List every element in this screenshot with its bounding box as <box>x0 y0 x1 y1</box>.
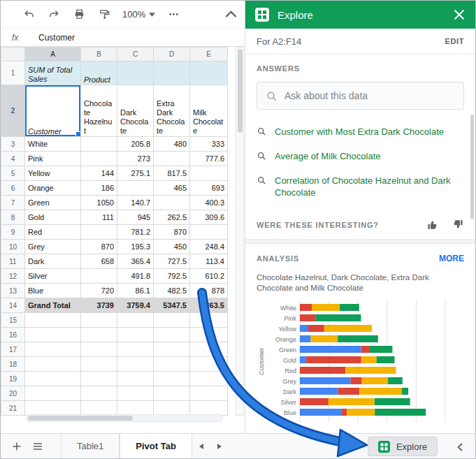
cell-value[interactable]: 333 <box>190 137 228 152</box>
more-options-icon[interactable] <box>166 8 180 22</box>
empty-cell[interactable] <box>190 342 228 357</box>
empty-cell[interactable] <box>117 313 154 328</box>
empty-cell[interactable] <box>154 357 190 372</box>
formula-input[interactable]: Customer <box>38 33 75 43</box>
empty-cell[interactable] <box>81 313 117 328</box>
column-header-c[interactable]: C <box>117 48 154 61</box>
cell-value[interactable] <box>81 269 117 284</box>
cell-value[interactable]: 195.3 <box>117 240 154 254</box>
empty-cell[interactable] <box>190 386 228 401</box>
add-sheet-icon[interactable] <box>6 434 27 459</box>
cell-e1[interactable] <box>190 61 228 85</box>
empty-cell[interactable] <box>81 328 117 342</box>
empty-cell[interactable] <box>25 328 81 342</box>
empty-cell[interactable] <box>190 313 228 328</box>
cell-value[interactable]: 777.6 <box>190 152 228 166</box>
collapse-toolbar-icon[interactable] <box>224 8 238 22</box>
cell-value[interactable]: 817.5 <box>154 166 190 181</box>
cell-value[interactable]: 878 <box>190 284 228 298</box>
column-header-e[interactable]: E <box>190 48 228 61</box>
cell-customer-yellow[interactable]: Yellow <box>25 166 81 181</box>
row-header-1[interactable]: 1 <box>1 61 25 85</box>
row-header-9[interactable]: 9 <box>1 225 25 240</box>
grand-total-value[interactable]: 5347.5 <box>154 298 190 313</box>
row-header-12[interactable]: 12 <box>1 269 25 284</box>
thumbs-up-icon[interactable] <box>426 219 438 231</box>
redo-icon[interactable] <box>47 8 61 22</box>
cell-customer-silver[interactable]: Silver <box>25 269 81 284</box>
edit-range-button[interactable]: EDIT <box>445 37 464 45</box>
cell-value[interactable]: 275.1 <box>117 166 154 181</box>
row-header-10[interactable]: 10 <box>1 240 25 254</box>
cell-d1[interactable] <box>154 61 190 85</box>
empty-cell[interactable] <box>81 386 117 401</box>
empty-cell[interactable] <box>190 328 228 342</box>
cell-customer-red[interactable]: Red <box>25 225 81 240</box>
sheet-tab-table1[interactable]: Table1 <box>61 434 120 458</box>
cell-c2[interactable]: Dark Chocolate <box>117 85 154 137</box>
tab-scroll-right-icon[interactable] <box>210 434 229 459</box>
column-header-d[interactable]: D <box>154 48 190 61</box>
empty-cell[interactable] <box>154 372 190 386</box>
cell-value[interactable] <box>190 225 228 240</box>
row-header-7[interactable]: 7 <box>1 196 25 210</box>
panel-scrollbar-thumb[interactable] <box>470 115 474 219</box>
cell-value[interactable] <box>81 152 117 166</box>
cell-value[interactable]: 610.2 <box>190 269 228 284</box>
empty-cell[interactable] <box>117 342 154 357</box>
collapse-panel-icon[interactable] <box>453 440 467 454</box>
empty-cell[interactable] <box>117 372 154 386</box>
grand-total-value[interactable]: 3759.4 <box>117 298 154 313</box>
print-icon[interactable] <box>72 8 86 22</box>
cell-e2[interactable]: Milk Chocolate <box>190 85 228 137</box>
empty-cell[interactable] <box>117 357 154 372</box>
empty-cell[interactable] <box>25 313 81 328</box>
empty-cell[interactable] <box>81 401 117 416</box>
grand-total-label[interactable]: Grand Total <box>25 298 81 313</box>
row-header-3[interactable]: 3 <box>1 137 25 152</box>
cell-value[interactable]: 1050 <box>81 196 117 210</box>
row-header-14[interactable]: 14 <box>1 298 25 313</box>
grand-total-value[interactable]: 3739 <box>81 298 117 313</box>
row-header-13[interactable]: 13 <box>1 284 25 298</box>
cell-customer-grey[interactable]: Grey <box>25 240 81 254</box>
empty-cell[interactable] <box>117 386 154 401</box>
cell-value[interactable] <box>81 225 117 240</box>
cell-value[interactable]: 140.7 <box>117 196 154 210</box>
column-header-a[interactable]: A <box>25 48 81 61</box>
cell-d2[interactable]: Extra Dark Chocolate <box>154 85 190 137</box>
empty-cell[interactable] <box>25 357 81 372</box>
cell-value[interactable]: 781.2 <box>117 225 154 240</box>
suggestion-item[interactable]: Customer with Most Extra Dark Chocolate <box>257 119 464 144</box>
more-link[interactable]: MORE <box>439 254 464 263</box>
grand-total-value[interactable]: 4363.5 <box>190 298 228 313</box>
row-header-18[interactable]: 18 <box>1 357 25 372</box>
cell-value[interactable]: 465 <box>154 181 190 196</box>
empty-cell[interactable] <box>190 372 228 386</box>
cell-value[interactable]: 186 <box>81 181 117 196</box>
row-header-2[interactable]: 2 <box>1 85 25 137</box>
cell-customer-dark[interactable]: Dark <box>25 254 81 269</box>
cell-value[interactable]: 945 <box>117 210 154 225</box>
row-header-17[interactable]: 17 <box>1 342 25 357</box>
ask-data-searchbox[interactable] <box>257 82 464 110</box>
cell-customer-orange[interactable]: Orange <box>25 181 81 196</box>
cell-value[interactable]: 480 <box>154 137 190 152</box>
empty-cell[interactable] <box>117 328 154 342</box>
empty-cell[interactable] <box>154 328 190 342</box>
row-header-8[interactable]: 8 <box>1 210 25 225</box>
row-header-5[interactable]: 5 <box>1 166 25 181</box>
cell-value[interactable]: 273 <box>117 152 154 166</box>
cell-value[interactable]: 693 <box>190 181 228 196</box>
cell-customer-blue[interactable]: Blue <box>25 284 81 298</box>
cell-value[interactable] <box>154 152 190 166</box>
empty-cell[interactable] <box>190 401 228 416</box>
cell-value[interactable]: 309.6 <box>190 210 228 225</box>
empty-cell[interactable] <box>154 386 190 401</box>
cell-value[interactable] <box>117 181 154 196</box>
empty-cell[interactable] <box>154 401 190 416</box>
horizontal-scrollbar[interactable] <box>26 414 223 422</box>
row-header-19[interactable]: 19 <box>1 372 25 386</box>
explore-button[interactable]: Explore <box>368 437 438 456</box>
empty-cell[interactable] <box>117 401 154 416</box>
